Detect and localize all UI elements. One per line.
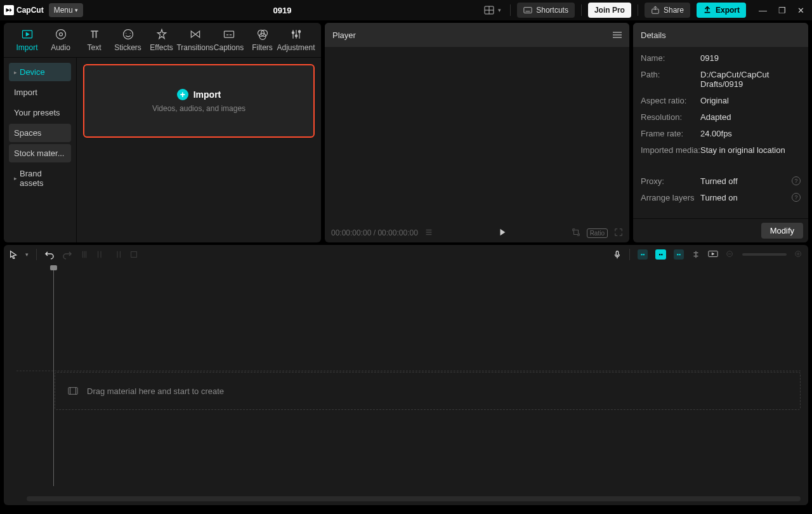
- play-icon[interactable]: [498, 228, 507, 239]
- close-icon[interactable]: ✕: [797, 6, 804, 15]
- time-display: 00:00:00:00 / 00:00:00:00: [331, 228, 418, 237]
- import-card-subtitle: Videos, audios, and images: [152, 104, 246, 113]
- playhead[interactable]: [53, 267, 54, 486]
- media-panel: Import Audio Text Stickers Effects Trans…: [4, 23, 321, 242]
- timeline-mode-2[interactable]: ▪▪: [655, 249, 665, 260]
- sidebar-label: Spaces: [14, 128, 41, 138]
- list-icon[interactable]: [424, 228, 433, 239]
- details-panel: Details Name:0919 Path:D:/CapCut/CapCut …: [633, 23, 808, 242]
- info-icon[interactable]: ?: [792, 176, 801, 185]
- tab-label: Stickers: [114, 43, 141, 52]
- fullscreen-icon[interactable]: [614, 228, 623, 239]
- timeline-scrollbar[interactable]: [27, 496, 801, 501]
- tab-captions[interactable]: Captions: [212, 27, 246, 53]
- import-card-title: Import: [193, 89, 221, 100]
- sidebar-item-import[interactable]: Import: [9, 83, 71, 102]
- join-pro-label: Join Pro: [594, 6, 625, 15]
- detail-row-name: Name:0919: [641, 53, 801, 63]
- share-button[interactable]: Share: [645, 3, 690, 18]
- layout-icon[interactable]: [484, 5, 494, 15]
- chevron-down-icon[interactable]: ▾: [25, 251, 29, 258]
- join-pro-button[interactable]: Join Pro: [588, 3, 631, 18]
- sidebar-item-brand[interactable]: ▸Brand assets: [9, 164, 71, 192]
- sidebar-item-stock[interactable]: Stock mater...: [9, 144, 71, 162]
- app-name: CapCut: [16, 6, 44, 15]
- tab-label: Filters: [252, 43, 273, 52]
- menu-button[interactable]: Menu ▾: [49, 3, 83, 17]
- cut-right-icon: [113, 250, 122, 259]
- svg-point-7: [56, 30, 65, 39]
- timeline-toolbar: ▾ ▪▪ ▪▪ ▪▪: [4, 245, 808, 264]
- chevron-down-icon: ▾: [75, 7, 78, 13]
- maximize-icon[interactable]: ❐: [778, 6, 786, 15]
- titlebar-right: ▾ Shortcuts Join Pro Share Export — ❐ ✕: [481, 3, 808, 18]
- player-title: Player: [332, 30, 356, 40]
- svg-rect-23: [69, 388, 77, 395]
- scale-icon[interactable]: [572, 228, 580, 239]
- undo-icon[interactable]: [44, 249, 55, 260]
- timeline-mode-1[interactable]: ▪▪: [638, 249, 648, 260]
- media-tabs: Import Audio Text Stickers Effects Trans…: [4, 23, 321, 58]
- svg-rect-10: [224, 31, 233, 37]
- pointer-icon[interactable]: [9, 250, 18, 259]
- minimize-icon[interactable]: —: [759, 6, 767, 15]
- tab-label: Adjustment: [277, 43, 315, 52]
- detail-row-proxy: Proxy:Turned off?: [641, 176, 801, 186]
- tab-stickers[interactable]: Stickers: [111, 27, 145, 53]
- svg-point-16: [298, 30, 300, 32]
- tab-audio[interactable]: Audio: [44, 27, 77, 53]
- detail-row-imported: Imported media:Stay in original location: [641, 145, 801, 155]
- sidebar-label: Device: [20, 67, 45, 77]
- detail-row-layers: Arrange layersTurned on?: [641, 193, 801, 202]
- mic-icon[interactable]: [613, 250, 622, 259]
- plus-icon: +: [177, 89, 188, 100]
- timeline-body[interactable]: Drag material here and start to create: [4, 264, 808, 505]
- info-icon[interactable]: ?: [792, 193, 801, 202]
- player-controls: 00:00:00:00 / 00:00:00:00 Ratio: [325, 223, 629, 242]
- sidebar-item-spaces[interactable]: Spaces: [9, 124, 71, 142]
- crop-icon: [129, 250, 138, 259]
- shortcuts-label: Shortcuts: [536, 6, 568, 15]
- timeline-mode-3[interactable]: ▪▪: [674, 249, 684, 260]
- logo-icon: [4, 5, 14, 15]
- caret-icon: ▸: [14, 175, 17, 181]
- align-icon[interactable]: [691, 250, 700, 259]
- modify-button[interactable]: Modify: [761, 223, 803, 239]
- sidebar-item-device[interactable]: ▸Device: [9, 63, 71, 81]
- tab-transitions[interactable]: Transitions: [178, 27, 212, 53]
- preview-mode-icon[interactable]: [708, 250, 718, 259]
- player-panel: Player 00:00:00:00 / 00:00:00:00 Ratio: [325, 23, 629, 242]
- svg-rect-17: [573, 230, 578, 234]
- sidebar-item-presets[interactable]: Your presets: [9, 103, 71, 122]
- svg-point-8: [59, 33, 62, 36]
- zoom-out-icon: [726, 250, 735, 259]
- export-button[interactable]: Export: [697, 3, 746, 18]
- ratio-button[interactable]: Ratio: [587, 228, 608, 238]
- video-icon: [68, 386, 78, 395]
- zoom-slider[interactable]: [742, 253, 787, 256]
- player-menu-icon[interactable]: [613, 32, 622, 38]
- share-label: Share: [664, 6, 684, 15]
- player-viewport[interactable]: [325, 47, 629, 223]
- tab-label: Captions: [214, 43, 244, 52]
- import-card[interactable]: + Import Videos, audios, and images: [83, 64, 315, 138]
- drop-hint: Drag material here and start to create: [87, 386, 224, 396]
- detail-row-resolution: Resolution:Adapted: [641, 112, 801, 122]
- chevron-down-icon[interactable]: ▾: [498, 7, 501, 13]
- sidebar-label: Stock mater...: [14, 148, 64, 158]
- project-title: 0919: [88, 6, 477, 15]
- media-area: + Import Videos, audios, and images: [77, 58, 321, 242]
- tab-label: Audio: [51, 43, 70, 52]
- tab-import[interactable]: Import: [10, 27, 44, 53]
- details-title: Details: [641, 30, 666, 40]
- tab-filters[interactable]: Filters: [246, 27, 279, 53]
- tab-adjustment[interactable]: Adjustment: [279, 27, 313, 53]
- svg-rect-18: [131, 252, 137, 258]
- timeline-drop-area[interactable]: Drag material here and start to create: [55, 372, 801, 410]
- tab-effects[interactable]: Effects: [145, 27, 178, 53]
- svg-rect-3: [524, 8, 532, 13]
- shortcuts-button[interactable]: Shortcuts: [517, 3, 575, 18]
- tab-text[interactable]: Text: [77, 27, 111, 53]
- title-bar: CapCut Menu ▾ 0919 ▾ Shortcuts Join Pro …: [0, 0, 812, 20]
- sidebar-label: Import: [14, 88, 37, 97]
